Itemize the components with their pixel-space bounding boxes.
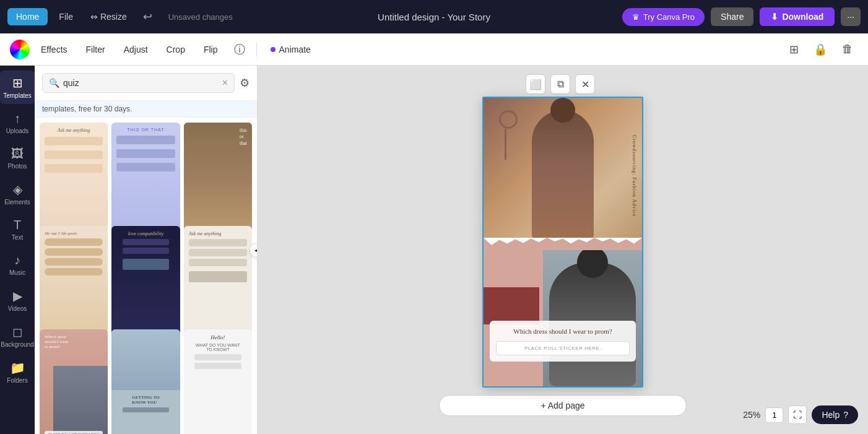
- poll-box: Which dress should I wear to prom? PLACE…: [490, 321, 636, 362]
- templates-panel: 🔍 × ⚙ templates, free for 30 days. Ask m…: [35, 66, 258, 434]
- lock-button[interactable]: 🔒: [809, 40, 832, 59]
- bottom-right-controls: 25% 1 ⛶ Help ?: [743, 406, 858, 424]
- top-navbar: Home File ⇔ Resize ↩ Unsaved changes Unt…: [0, 0, 868, 33]
- file-button[interactable]: File: [53, 8, 79, 25]
- filter-button[interactable]: Filter: [79, 41, 113, 58]
- sidebar-item-uploads[interactable]: ↑ Uploads: [0, 106, 35, 139]
- zoom-level: 25%: [743, 410, 760, 420]
- torn-paper: [484, 238, 642, 245]
- search-filter-button[interactable]: ⚙: [240, 76, 250, 90]
- design-canvas[interactable]: ↻ Crowdsourcing: Fashion Advice: [482, 97, 643, 388]
- more-options-button[interactable]: ···: [841, 7, 861, 26]
- color-wheel[interactable]: [10, 40, 30, 59]
- frame-button[interactable]: ⬜: [526, 74, 545, 94]
- sidebar-item-background[interactable]: ◻ Background: [0, 319, 35, 353]
- flip-button[interactable]: Flip: [196, 41, 225, 58]
- try-canva-pro-button[interactable]: ♛ Try Canva Pro: [622, 8, 705, 26]
- template-card[interactable]: GETTING TOKNOW YOU: [111, 329, 180, 434]
- download-icon: ⬇: [771, 12, 778, 22]
- poll-sticker-placeholder: PLACE POLL STICKER HERE.: [496, 341, 630, 355]
- sidebar-item-music[interactable]: ♪ Music: [0, 248, 35, 281]
- sidebar-item-videos[interactable]: ▶ Videos: [0, 284, 35, 317]
- sidebar-item-photos[interactable]: 🖼 Photos: [0, 142, 35, 175]
- templates-grid: Ask me anything THIS OR THAT thisorthat …: [35, 118, 257, 434]
- copy-element-button[interactable]: ⧉: [550, 74, 570, 94]
- canvas-bottom-photo: [543, 250, 642, 386]
- canvas-bottom: Which dress should I wear to prom? PLACE…: [484, 238, 642, 386]
- canvas-top-controls: ⬜ ⧉ ✕: [526, 74, 595, 94]
- canvas-vertical-text: Crowdsourcing: Fashion Advice: [631, 135, 637, 217]
- document-title: Untitled design - Your Story: [378, 12, 490, 22]
- nav-right-group: ♛ Try Canva Pro Share ⬇ Download ···: [622, 7, 861, 26]
- download-button[interactable]: ⬇ Download: [760, 7, 835, 26]
- photos-icon: 🖼: [11, 147, 24, 161]
- share-button[interactable]: Share: [711, 7, 753, 26]
- delete-button[interactable]: 🗑: [837, 40, 858, 58]
- poll-question-text: Which dress should I wear to prom?: [496, 327, 630, 336]
- undo-button[interactable]: ↩: [138, 7, 157, 26]
- sidebar-item-templates[interactable]: ⊞ Templates: [0, 71, 35, 104]
- toolbar-divider: [256, 42, 257, 57]
- template-card[interactable]: Which dressshould I wearto prom? PLACE P…: [40, 329, 108, 434]
- sidebar-item-text[interactable]: T Text: [0, 213, 35, 246]
- resize-button[interactable]: ⇔ Resize: [84, 8, 133, 25]
- promo-banner: templates, free for 30 days.: [35, 101, 257, 118]
- crop-button[interactable]: Crop: [159, 41, 193, 58]
- search-clear-button[interactable]: ×: [222, 77, 228, 89]
- elements-icon: ◈: [13, 182, 22, 197]
- template-card[interactable]: Hello! WHAT DO YOU WANTTO KNOW?: [184, 329, 252, 434]
- page-number: 1: [765, 407, 783, 423]
- crown-icon: ♛: [632, 12, 640, 22]
- sidebar-item-folders[interactable]: 📁 Folders: [0, 355, 35, 389]
- dark-accent-block: [484, 287, 539, 324]
- search-bar: 🔍 × ⚙: [35, 66, 257, 101]
- effects-button[interactable]: Effects: [33, 41, 75, 58]
- background-icon: ◻: [12, 324, 23, 339]
- top-photo-background: [484, 98, 642, 246]
- folders-icon: 📁: [10, 360, 25, 375]
- info-button[interactable]: ⓘ: [229, 40, 250, 59]
- lamp-decoration: [496, 110, 521, 160]
- canvas-top-photo: Crowdsourcing: Fashion Advice: [484, 98, 642, 246]
- canvas-bottom-bar: + Add page: [439, 395, 687, 416]
- resize-icon: ⇔: [90, 12, 98, 22]
- uploads-icon: ↑: [14, 111, 20, 126]
- animate-button[interactable]: Animate: [263, 41, 318, 58]
- person-silhouette-top: [532, 110, 594, 246]
- sidebar: ⊞ Templates ↑ Uploads 🖼 Photos ◈ Element…: [0, 66, 35, 434]
- search-input[interactable]: [63, 78, 219, 88]
- music-icon: ♪: [14, 253, 20, 267]
- main-layout: ⊞ Templates ↑ Uploads 🖼 Photos ◈ Element…: [0, 66, 868, 434]
- text-icon: T: [14, 218, 21, 232]
- grid-view-button[interactable]: ⊞: [784, 40, 804, 59]
- secondary-toolbar: Effects Filter Adjust Crop Flip ⓘ Animat…: [0, 33, 868, 66]
- add-page-button[interactable]: + Add page: [439, 395, 687, 416]
- templates-icon: ⊞: [12, 76, 23, 90]
- search-input-wrapper: 🔍 ×: [42, 73, 235, 93]
- help-button[interactable]: Help ?: [812, 406, 858, 424]
- search-icon: 🔍: [49, 78, 59, 88]
- videos-icon: ▶: [13, 289, 22, 303]
- home-button[interactable]: Home: [7, 8, 48, 25]
- toolbar-right-group: ⊞ 🔒 🗑: [784, 40, 858, 59]
- unsaved-label: Unsaved changes: [162, 12, 239, 22]
- adjust-button[interactable]: Adjust: [116, 41, 155, 58]
- expand-button[interactable]: ⛶: [788, 406, 807, 424]
- delete-element-button[interactable]: ✕: [575, 74, 595, 94]
- sidebar-item-elements[interactable]: ◈ Elements: [0, 177, 35, 210]
- animate-dot: [271, 47, 276, 52]
- canvas-area: ⬜ ⧉ ✕ ↻: [258, 66, 868, 434]
